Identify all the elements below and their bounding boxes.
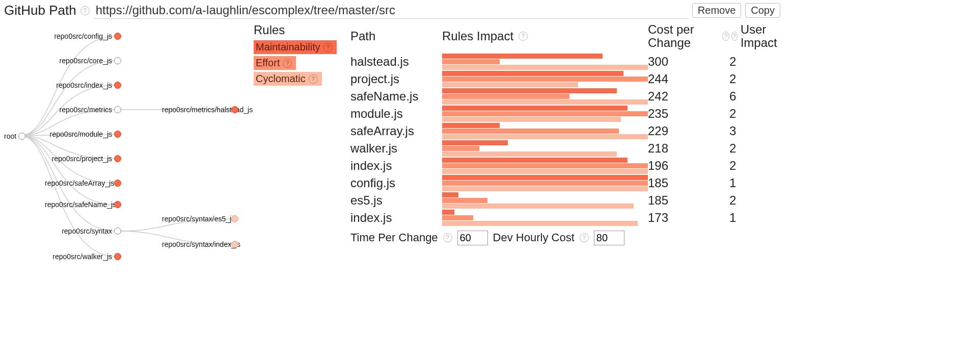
help-icon[interactable]: ?: [722, 32, 729, 41]
cell-user: 2: [729, 55, 780, 69]
cell-bars: [442, 122, 648, 140]
cell-path: index.js: [350, 211, 442, 225]
impact-bar-effort: [442, 111, 648, 116]
node-label: repo0src/syntax/index_js: [162, 240, 229, 248]
impact-bar-cyclomatic: [442, 204, 634, 209]
rule-label: Effort: [256, 57, 280, 69]
help-icon[interactable]: ?: [443, 233, 452, 242]
node-dot-icon: [114, 227, 121, 235]
tree-root[interactable]: root: [4, 132, 25, 140]
impact-bar-cyclomatic: [442, 82, 578, 87]
table-row[interactable]: project.js2442: [350, 70, 780, 88]
rules-heading: Rules: [254, 23, 350, 37]
impact-bar-effort: [442, 77, 648, 82]
dev-hourly-cost-label: Dev Hourly Cost: [493, 231, 575, 244]
cell-user: 2: [729, 141, 780, 156]
help-icon[interactable]: ?: [731, 32, 738, 41]
impact-bar-maintainability: [442, 158, 628, 163]
impact-bar-effort: [442, 181, 648, 186]
table-row[interactable]: config.js1851: [350, 174, 780, 192]
impact-bar-cyclomatic: [442, 221, 638, 226]
tree-node-syntax[interactable]: repo0src/syntax: [45, 227, 121, 235]
impact-bar-cyclomatic: [442, 169, 648, 174]
table-row[interactable]: index.js1731: [350, 209, 780, 226]
node-label: repo0src/index_js: [45, 81, 112, 89]
cell-bars: [442, 70, 648, 88]
impact-bar-effort: [442, 59, 500, 64]
node-dot-icon: [114, 82, 121, 89]
cell-cost: 229: [648, 124, 729, 138]
node-dot-icon: [114, 201, 121, 208]
impact-bar-effort: [442, 129, 619, 134]
impact-bar-maintainability: [442, 192, 458, 197]
remove-button[interactable]: Remove: [692, 3, 741, 18]
cell-path: config.js: [350, 176, 442, 190]
tree-node-walker[interactable]: repo0src/walker_js: [45, 252, 121, 261]
impact-bar-maintainability: [442, 106, 628, 111]
cell-cost: 235: [648, 107, 729, 121]
rule-cyclomatic[interactable]: Cyclomatic?: [254, 72, 322, 86]
table-row[interactable]: safeName.js2426: [350, 88, 780, 105]
node-label: repo0src/metrics: [45, 106, 112, 114]
cell-path: walker.js: [350, 141, 442, 156]
node-label: repo0src/core_js: [45, 57, 112, 65]
cell-cost: 242: [648, 89, 729, 104]
header-cost: Cost per Change: [648, 23, 717, 50]
table-row[interactable]: walker.js2182: [350, 140, 780, 157]
help-icon[interactable]: ?: [580, 233, 589, 242]
tree-node-project[interactable]: repo0src/project_js: [45, 155, 121, 163]
table-row[interactable]: es5.js1852: [350, 192, 780, 209]
node-label: repo0src/walker_js: [45, 252, 112, 261]
impact-bar-cyclomatic: [442, 99, 648, 105]
tree-node-metrics[interactable]: repo0src/metrics: [45, 106, 121, 114]
node-dot-icon: [114, 131, 121, 138]
cell-path: safeArray.js: [350, 124, 442, 138]
node-label: repo0src/syntax: [45, 227, 112, 235]
dev-hourly-cost-input[interactable]: [594, 231, 624, 245]
node-label: repo0src/safeArray_js: [45, 179, 112, 187]
cell-path: index.js: [350, 159, 442, 173]
cell-bars: [442, 174, 648, 192]
help-icon[interactable]: ?: [309, 74, 318, 84]
github-url-input[interactable]: [94, 2, 688, 19]
node-dot-icon: [114, 106, 121, 113]
tree-node-es5[interactable]: repo0src/syntax/es5_js: [162, 215, 238, 223]
cell-cost: 185: [648, 176, 729, 190]
node-dot-icon: [114, 155, 121, 162]
rule-label: Maintainability: [256, 41, 320, 53]
tree-node-halstead[interactable]: repo0src/metrics/halstead_js: [162, 106, 238, 114]
impact-bar-cyclomatic: [442, 134, 648, 139]
node-label: repo0src/metrics/halstead_js: [162, 106, 229, 114]
help-icon[interactable]: ?: [80, 6, 90, 15]
table-row[interactable]: module.js2352: [350, 105, 780, 122]
results-table: Path Rules Impact ? Cost per Change ? ? …: [350, 23, 780, 245]
node-dot-icon: [231, 241, 238, 248]
table-row[interactable]: halstead.js3002: [350, 53, 780, 70]
help-icon[interactable]: ?: [519, 32, 528, 41]
cell-user: 3: [729, 124, 780, 138]
tree-node-config[interactable]: repo0src/config_js: [45, 32, 121, 40]
time-per-change-input[interactable]: [457, 231, 488, 245]
tree-node-index[interactable]: repo0src/index_js: [45, 81, 121, 89]
rule-effort[interactable]: Effort?: [254, 56, 296, 70]
tree-node-module[interactable]: repo0src/module_js: [45, 130, 121, 138]
header-user: User Impact: [741, 23, 780, 50]
help-icon[interactable]: ?: [323, 43, 333, 52]
table-row[interactable]: safeArray.js2293: [350, 122, 780, 140]
node-dot-icon: [114, 180, 121, 187]
copy-button[interactable]: Copy: [745, 3, 780, 18]
impact-bar-maintainability: [442, 210, 454, 215]
node-dot-icon: [114, 33, 121, 40]
impact-bar-effort: [442, 215, 473, 220]
node-label: root: [4, 132, 16, 140]
table-row[interactable]: index.js1962: [350, 157, 780, 174]
rule-maintainability[interactable]: Maintainability?: [254, 40, 337, 54]
tree-node-safeName[interactable]: repo0src/safeName_js: [45, 200, 121, 209]
help-icon[interactable]: ?: [283, 59, 292, 68]
tree-node-safeArray[interactable]: repo0src/safeArray_js: [45, 179, 121, 187]
tree-node-sindex[interactable]: repo0src/syntax/index_js: [162, 240, 238, 248]
tree-node-core[interactable]: repo0src/core_js: [45, 57, 121, 65]
node-dot-icon: [114, 57, 121, 64]
cell-cost: 300: [648, 55, 729, 69]
cell-user: 1: [729, 211, 780, 225]
